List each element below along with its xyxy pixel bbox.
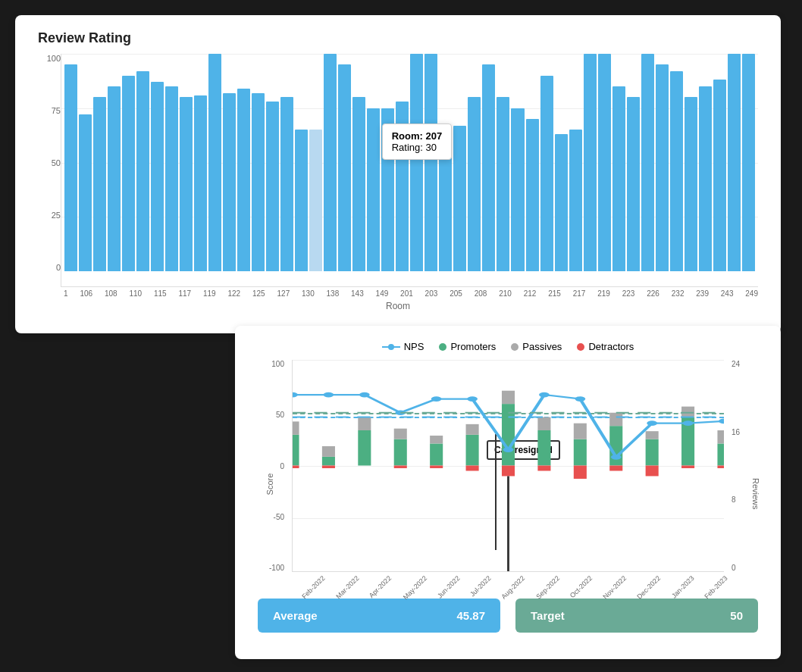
- nps-y-axis-title: Score: [265, 474, 274, 495]
- bar-37[interactable]: [598, 54, 611, 271]
- svg-rect-26: [574, 466, 587, 479]
- legend-promoters-label: Promoters: [450, 341, 496, 352]
- legend-detractors-label: Detractors: [588, 341, 634, 352]
- svg-point-51: [719, 419, 724, 424]
- svg-point-48: [611, 455, 622, 460]
- bar-46[interactable]: [728, 54, 741, 271]
- bottom-chart-container: NPS Promoters Passives Detractors 100 50…: [235, 326, 781, 659]
- bar-14[interactable]: [266, 102, 279, 271]
- nps-chart-area: 100 50 0 -50 -100 Score 24 16 8 0 Review…: [258, 360, 758, 587]
- bar-42[interactable]: [670, 71, 683, 271]
- bar-22[interactable]: [381, 108, 394, 271]
- bar-47[interactable]: [742, 54, 755, 271]
- svg-rect-22: [537, 417, 550, 430]
- bar-26[interactable]: [439, 136, 452, 271]
- y-label-100: 100: [38, 54, 61, 63]
- svg-rect-1: [292, 421, 299, 434]
- y-label-75: 75: [38, 106, 61, 115]
- bar-19[interactable]: [338, 64, 351, 271]
- bar-3[interactable]: [108, 86, 121, 271]
- svg-rect-38: [717, 466, 724, 468]
- nps-x-labels: Feb-2022 Mar-2022 Apr-2022 May-2022 Jun-…: [292, 572, 724, 587]
- bar-23[interactable]: [396, 102, 409, 271]
- bar-18[interactable]: [324, 54, 337, 271]
- svg-point-49: [647, 420, 657, 426]
- bar-29[interactable]: [482, 64, 495, 271]
- bar-2[interactable]: [93, 97, 106, 271]
- x-axis-title: Room: [38, 301, 758, 311]
- legend-detractors: Detractors: [577, 341, 634, 352]
- target-box: Target 50: [515, 599, 758, 633]
- svg-point-44: [467, 396, 478, 402]
- svg-point-50: [683, 420, 694, 426]
- svg-rect-4: [322, 446, 335, 457]
- bar-12[interactable]: [237, 89, 250, 271]
- bar-9[interactable]: [194, 95, 207, 271]
- target-value: 50: [730, 609, 743, 622]
- bar-13[interactable]: [252, 93, 265, 271]
- bar-chart-inner: 100 75 50 25 0 Room: 207 Rating: 30: [38, 54, 758, 287]
- bar-40[interactable]: [641, 54, 654, 271]
- bar-30[interactable]: [497, 97, 509, 271]
- bar-41[interactable]: [656, 64, 669, 271]
- bar-25[interactable]: [424, 54, 437, 271]
- svg-rect-25: [574, 424, 587, 439]
- average-value: 45.87: [456, 609, 485, 622]
- svg-rect-21: [537, 430, 550, 466]
- legend-passives-label: Passives: [522, 341, 562, 352]
- nps-plot: Carl resigned: [292, 360, 724, 572]
- svg-point-41: [359, 392, 370, 398]
- bar-16[interactable]: [295, 130, 308, 271]
- svg-rect-0: [292, 435, 299, 466]
- bar-27[interactable]: [453, 126, 466, 271]
- nps-svg: [293, 360, 724, 571]
- bar-43[interactable]: [685, 97, 697, 271]
- bar-45[interactable]: [713, 80, 726, 271]
- svg-rect-28: [609, 413, 622, 426]
- bar-15[interactable]: [280, 97, 293, 271]
- svg-point-46: [539, 392, 550, 398]
- svg-rect-7: [358, 417, 371, 430]
- svg-rect-11: [394, 466, 407, 468]
- bar-5[interactable]: [136, 71, 149, 271]
- y-label-25: 25: [38, 211, 61, 220]
- y-label-0: 0: [38, 263, 61, 272]
- svg-rect-5: [322, 466, 335, 468]
- bar-44[interactable]: [699, 86, 712, 271]
- bar-4[interactable]: [122, 76, 135, 271]
- bar-11[interactable]: [223, 93, 236, 271]
- bar-17[interactable]: [309, 130, 322, 271]
- average-label: Average: [273, 609, 318, 622]
- svg-rect-32: [646, 466, 659, 477]
- svg-rect-13: [430, 436, 443, 443]
- bar-34[interactable]: [555, 134, 568, 271]
- svg-rect-3: [322, 457, 335, 466]
- bar-20[interactable]: [352, 97, 365, 271]
- svg-rect-15: [466, 435, 479, 466]
- bar-1[interactable]: [79, 114, 92, 271]
- bar-35[interactable]: [569, 130, 582, 271]
- bar-10[interactable]: [208, 54, 221, 271]
- bars-wrapper: [61, 54, 758, 271]
- bar-21[interactable]: [367, 108, 380, 271]
- bar-39[interactable]: [627, 97, 640, 271]
- legend-promoters: Promoters: [439, 341, 496, 352]
- bar-38[interactable]: [612, 86, 625, 271]
- bar-8[interactable]: [180, 97, 193, 271]
- bar-24[interactable]: [410, 54, 423, 271]
- bar-0[interactable]: [64, 64, 77, 271]
- bar-28[interactable]: [468, 97, 481, 271]
- target-label: Target: [531, 609, 565, 622]
- detractors-dot: [577, 343, 584, 351]
- bar-33[interactable]: [540, 76, 553, 271]
- legend-nps: NPS: [382, 341, 424, 352]
- svg-rect-37: [717, 430, 724, 443]
- bar-31[interactable]: [511, 108, 524, 271]
- svg-rect-16: [466, 424, 479, 435]
- bar-7[interactable]: [165, 86, 178, 271]
- legend-passives: Passives: [511, 341, 562, 352]
- top-chart-title: Review Rating: [38, 30, 758, 46]
- bar-32[interactable]: [526, 119, 539, 271]
- bar-6[interactable]: [151, 82, 164, 271]
- bar-36[interactable]: [584, 54, 597, 271]
